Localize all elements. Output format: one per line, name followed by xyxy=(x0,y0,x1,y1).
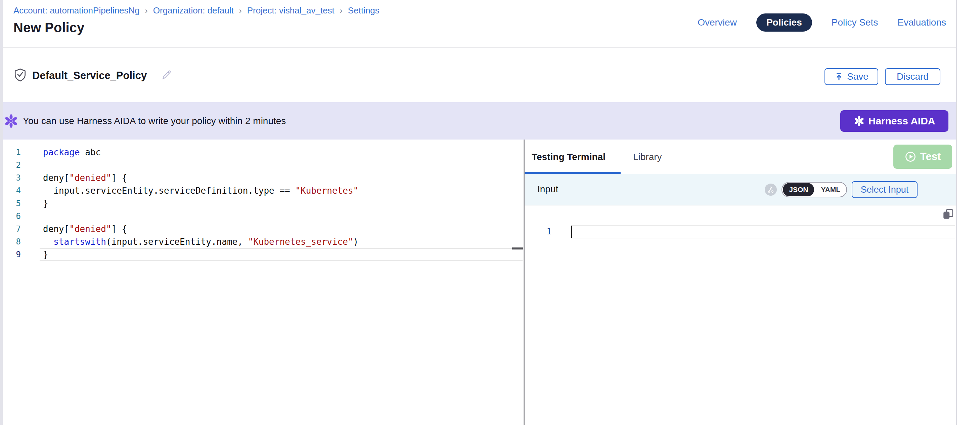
code-line-3[interactable]: 3deny["denied"] { xyxy=(0,171,523,184)
line-number[interactable]: 5 xyxy=(0,197,21,210)
page-title: New Policy xyxy=(13,20,84,35)
line-number[interactable]: 7 xyxy=(0,222,21,235)
line-number[interactable]: 2 xyxy=(0,159,21,171)
page-header: Account: automationPipelinesNg›Organizat… xyxy=(0,0,956,48)
aida-banner: You can use Harness AIDA to write your p… xyxy=(0,102,956,139)
input-section-header: Input JSONYAML Select Input xyxy=(525,174,956,205)
code-lines: 1package abc23deny["denied"] {4 input.se… xyxy=(0,146,523,261)
breadcrumb-link[interactable]: Project: vishal_av_test xyxy=(247,5,334,16)
line-number[interactable]: 3 xyxy=(0,171,21,184)
rego-code-editor[interactable]: 1package abc23deny["denied"] {4 input.se… xyxy=(0,139,523,425)
input-section-title: Input xyxy=(537,184,558,195)
test-button[interactable]: Test xyxy=(893,145,952,169)
save-button[interactable]: Save xyxy=(824,68,878,85)
git-sync-icon[interactable] xyxy=(765,184,777,196)
breadcrumb-separator: › xyxy=(145,6,148,16)
code-line-9[interactable]: 9} xyxy=(0,248,523,261)
line-number[interactable]: 4 xyxy=(0,184,21,197)
overview-ruler-cursor-marker xyxy=(512,248,523,249)
module-tabs: OverviewPoliciesPolicy SetsEvaluations xyxy=(698,13,946,32)
current-line-highlight xyxy=(571,225,955,238)
new-policy-page: Account: automationPipelinesNg›Organizat… xyxy=(0,0,980,425)
discard-button-label: Discard xyxy=(897,71,929,82)
edit-policy-name-icon[interactable] xyxy=(161,69,171,82)
nav-tab-policies[interactable]: Policies xyxy=(756,13,812,32)
input-controls: JSONYAML Select Input xyxy=(765,174,918,205)
play-icon xyxy=(905,151,916,162)
tab-library[interactable]: Library xyxy=(633,152,662,162)
policy-shield-icon xyxy=(14,68,26,83)
format-option-yaml[interactable]: YAML xyxy=(815,183,846,197)
upload-icon xyxy=(834,72,844,81)
breadcrumb: Account: automationPipelinesNg›Organizat… xyxy=(13,5,380,16)
input-editor-line: 1 xyxy=(525,225,956,238)
code-text: deny["denied"] { xyxy=(43,171,127,184)
select-input-button[interactable]: Select Input xyxy=(852,181,918,198)
code-line-6[interactable]: 6 xyxy=(0,210,523,222)
tab-testing-terminal[interactable]: Testing Terminal xyxy=(531,152,606,162)
nav-tab-evaluations[interactable]: Evaluations xyxy=(897,17,946,28)
breadcrumb-link[interactable]: Account: automationPipelinesNg xyxy=(13,5,140,16)
content-right-border xyxy=(956,0,957,425)
testing-panel-tabs: Test Testing TerminalLibrary xyxy=(525,139,956,174)
code-text: } xyxy=(43,248,48,261)
code-text: startswith(input.serviceEntity.name, "Ku… xyxy=(43,235,358,248)
code-text: } xyxy=(43,197,48,210)
breadcrumb-link[interactable]: Organization: default xyxy=(153,5,234,16)
text-cursor xyxy=(571,225,572,238)
aida-flower-icon xyxy=(4,114,18,128)
harness-aida-button[interactable]: Harness AIDA xyxy=(840,110,948,132)
code-line-7[interactable]: 7deny["denied"] { xyxy=(0,222,523,235)
testing-panel: Test Testing TerminalLibrary Input JSONY… xyxy=(525,139,956,425)
code-line-5[interactable]: 5} xyxy=(0,197,523,210)
line-number[interactable]: 1 xyxy=(0,146,21,159)
aida-banner-message: You can use Harness AIDA to write your p… xyxy=(23,116,286,126)
save-button-label: Save xyxy=(847,71,869,82)
breadcrumb-separator: › xyxy=(239,6,242,16)
input-json-editor[interactable]: 1 xyxy=(525,205,956,425)
window-left-edge xyxy=(0,0,3,425)
input-line-number: 1 xyxy=(541,225,552,238)
code-text: package abc xyxy=(43,146,101,159)
current-line-highlight xyxy=(40,248,523,261)
breadcrumb-separator: › xyxy=(340,6,342,16)
policy-name: Default_Service_Policy xyxy=(32,70,147,82)
test-button-label: Test xyxy=(920,151,941,163)
policy-workspace: 1package abc23deny["denied"] {4 input.se… xyxy=(0,139,956,425)
format-toggle[interactable]: JSONYAML xyxy=(781,182,847,197)
code-text: input.serviceEntity.serviceDefinition.ty… xyxy=(43,184,358,197)
code-line-4[interactable]: 4 input.serviceEntity.serviceDefinition.… xyxy=(0,184,523,197)
format-option-json[interactable]: JSON xyxy=(783,183,814,197)
breadcrumb-link[interactable]: Settings xyxy=(348,5,380,16)
code-line-8[interactable]: 8 startswith(input.serviceEntity.name, "… xyxy=(0,235,523,248)
line-number[interactable]: 8 xyxy=(0,235,21,248)
nav-tab-policy-sets[interactable]: Policy Sets xyxy=(832,17,878,28)
nav-tab-overview[interactable]: Overview xyxy=(698,17,737,28)
code-line-2[interactable]: 2 xyxy=(0,159,523,171)
harness-aida-button-label: Harness AIDA xyxy=(869,115,935,127)
copy-icon[interactable] xyxy=(942,208,954,222)
code-text: deny["denied"] { xyxy=(43,222,127,235)
discard-button[interactable]: Discard xyxy=(885,68,940,85)
code-line-1[interactable]: 1package abc xyxy=(0,146,523,159)
select-input-label: Select Input xyxy=(861,185,909,195)
aida-flower-icon-white xyxy=(854,116,864,126)
line-number[interactable]: 6 xyxy=(0,210,21,222)
line-number[interactable]: 9 xyxy=(0,248,21,261)
